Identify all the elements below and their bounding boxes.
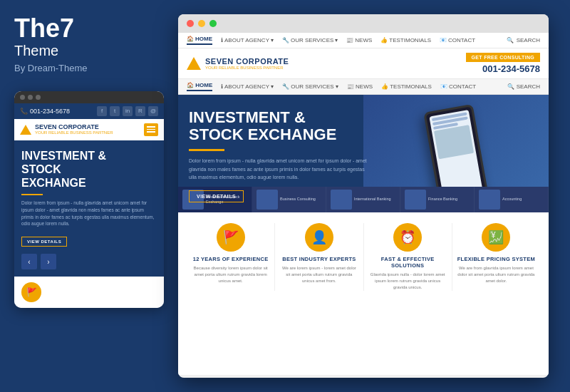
mobile-nav-bar: SEVEN CORPORATE YOUR RELIABLE BUSINESS P… [14, 119, 164, 140]
nav2-about[interactable]: ℹ ABOUT AGENCY ▾ [221, 83, 274, 90]
feature-text-2: Glavrida ipsum nulla - dolor lorem amet … [368, 272, 447, 291]
site-third-nav: 🏠 HOME ℹ ABOUT AGENCY ▾ 🔧 OUR SERVICES ▾… [178, 79, 549, 95]
search-area[interactable]: 🔍 SEARCH [507, 37, 540, 43]
site-logo: SEVEN CORPORATE YOUR RELIABLE BUSINESS P… [187, 57, 289, 70]
feature-text-3: We are from glavrida ipsum lorem amet do… [457, 265, 536, 284]
feature-icon-0: 🚩 [217, 223, 245, 252]
brand-title: The7 [14, 14, 157, 43]
feature-text-0: Because diversity lorem ipsum dolor sit … [191, 265, 270, 284]
slider-thumb-3[interactable]: Finance Banking [400, 187, 475, 212]
thumb-label-4: Accounting [502, 197, 522, 202]
hero-accent-line [189, 149, 224, 151]
nav-about[interactable]: ℹ ABOUT AGENCY ▾ [221, 37, 274, 43]
linkedin-icon: in [123, 106, 133, 116]
thumb-img-3 [405, 190, 426, 210]
hamburger-line-2 [147, 129, 155, 130]
window-dot-yellow [198, 20, 205, 27]
site-phone: 001-234-5678 [482, 63, 540, 74]
desktop-top-bar [178, 14, 549, 33]
hero-title: INVESTMENT & STOCK EXCHANGE [189, 109, 371, 143]
desktop-mockup: 🏠 HOME ℹ ABOUT AGENCY ▾ 🔧 OUR SERVICES ▾… [178, 14, 549, 378]
thumb-label-3: Finance Banking [428, 197, 457, 202]
nav-services[interactable]: 🔧 OUR SERVICES ▾ [282, 37, 338, 43]
mobile-header: 📞 001-234-5678 f t in R @ [14, 103, 164, 119]
hero-accent-line [21, 194, 43, 195]
site-hero: INVESTMENT & STOCK EXCHANGE Dolor lorem … [178, 95, 549, 212]
right-panel: 🏠 HOME ℹ ABOUT AGENCY ▾ 🔧 OUR SERVICES ▾… [171, 0, 570, 392]
site-logo-triangle-icon [187, 57, 201, 70]
hamburger-line-3 [147, 131, 155, 133]
feature-text-1: We are lorem ipsum - lorem amet dolor si… [279, 265, 358, 284]
nav-links-2: 🏠 HOME ℹ ABOUT AGENCY ▾ 🔧 OUR SERVICES ▾… [187, 82, 476, 91]
hero-content: INVESTMENT & STOCK EXCHANGE Dolor lorem … [178, 95, 382, 212]
rss-icon: R [135, 106, 145, 116]
brand-by: By Dream-Theme [14, 63, 157, 73]
hamburger-menu[interactable] [144, 123, 158, 136]
feature-title-1: BEST INDUSTRY EXPERTS [282, 256, 356, 262]
nav2-contact[interactable]: 📧 CONTACT [440, 83, 476, 90]
twitter-icon: t [110, 106, 120, 116]
mobile-hero: INVESTMENT & STOCK EXCHANGE Dolor lorem … [14, 140, 164, 277]
site-content: 🏠 HOME ℹ ABOUT AGENCY ▾ 🔧 OUR SERVICES ▾… [178, 33, 549, 375]
nav2-news[interactable]: 📰 NEWS [347, 83, 373, 90]
feature-title-2: FAST & EFFECTIVE SOLUTIONS [368, 256, 447, 269]
nav-contact[interactable]: 📧 CONTACT [440, 37, 475, 43]
mobile-hero-text: Dolor lorem from ipsum - nulla glavrida … [21, 200, 157, 227]
site-top-nav: 🏠 HOME ℹ ABOUT AGENCY ▾ 🔧 OUR SERVICES ▾… [178, 33, 549, 48]
feature-icon-2: ⏰ [393, 223, 422, 252]
mobile-icon-row: 🚩 [14, 277, 164, 308]
email-icon: @ [148, 106, 158, 116]
feature-2: ⏰ FAST & EFFECTIVE SOLUTIONS Glavrida ip… [364, 223, 452, 291]
site-logo-text: SEVEN CORPORATE YOUR RELIABLE BUSINESS P… [205, 57, 289, 70]
slider-thumb-4[interactable]: Accounting [475, 187, 549, 212]
feature-icon-3: 💹 [482, 223, 510, 252]
brand-subtitle: Theme [14, 43, 157, 59]
nav-links: 🏠 HOME ℹ ABOUT AGENCY ▾ 🔧 OUR SERVICES ▾… [187, 36, 475, 45]
mobile-feature-icon: 🚩 [21, 282, 41, 302]
next-arrow[interactable]: › [41, 254, 56, 269]
brand-block: The7 Theme By Dream-Theme [14, 14, 157, 91]
feature-title-3: FLEXIBLE PRICING SYSTEM [457, 256, 535, 262]
phone-icon: 📞 [20, 108, 28, 115]
hero-text: Dolor lorem from ipsum - nulla glavrida … [189, 157, 371, 181]
feature-title-0: 12 YEARS OF EXPERIENCE [193, 256, 269, 262]
mobile-nav-arrows: ‹ › [21, 254, 157, 269]
search-area-2[interactable]: 🔍 SEARCH [507, 83, 540, 90]
logo-triangle-icon [20, 125, 31, 135]
nav-home[interactable]: 🏠 HOME [187, 36, 212, 45]
mobile-view-btn[interactable]: VIEW DETAILS [21, 237, 67, 247]
mobile-social: f t in R @ [97, 106, 158, 116]
nav-testimonials[interactable]: 👍 TESTIMONIALS [380, 37, 431, 43]
hero-view-btn[interactable]: VIEW DETAILS [189, 190, 244, 202]
feature-1: 👤 BEST INDUSTRY EXPERTS We are lorem ips… [275, 223, 363, 291]
mobile-phone: 📞 001-234-5678 [20, 108, 70, 115]
nav-news[interactable]: 📰 NEWS [346, 37, 372, 43]
window-dot-green [209, 20, 217, 27]
feature-3: 💹 FLEXIBLE PRICING SYSTEM We are from gl… [452, 223, 540, 291]
mobile-dot-3 [36, 95, 41, 100]
feature-0: 🚩 12 YEARS OF EXPERIENCE Because diversi… [187, 223, 275, 291]
facebook-icon: f [97, 106, 107, 116]
feature-icon-1: 👤 [305, 223, 333, 252]
thumb-img-4 [479, 190, 500, 210]
mobile-top-bar [14, 91, 164, 103]
mobile-hero-title: INVESTMENT & STOCK EXCHANGE [21, 149, 157, 190]
hamburger-line-1 [147, 126, 155, 128]
cta-button[interactable]: GET FREE CONSULTING [466, 53, 540, 62]
mobile-logo: SEVEN CORPORATE YOUR RELIABLE BUSINESS P… [20, 124, 113, 135]
prev-arrow[interactable]: ‹ [21, 254, 37, 269]
site-cta-area: GET FREE CONSULTING 001-234-5678 [466, 53, 540, 74]
nav2-home[interactable]: 🏠 HOME [187, 82, 212, 91]
site-logo-bar: SEVEN CORPORATE YOUR RELIABLE BUSINESS P… [178, 48, 549, 79]
mobile-dot-2 [28, 95, 33, 100]
window-dot-red [187, 20, 194, 27]
features-row: 🚩 12 YEARS OF EXPERIENCE Because diversi… [178, 212, 549, 301]
nav2-testimonials[interactable]: 👍 TESTIMONIALS [381, 83, 432, 90]
mobile-mockup: 📞 001-234-5678 f t in R @ SEVEN CORPORAT… [14, 91, 164, 309]
phone-screen [429, 110, 482, 198]
left-panel: The7 Theme By Dream-Theme 📞 001-234-5678… [0, 0, 171, 392]
nav2-services[interactable]: 🔧 OUR SERVICES ▾ [282, 83, 338, 90]
logo-text: SEVEN CORPORATE YOUR RELIABLE BUSINESS P… [35, 124, 113, 135]
mobile-dot-1 [20, 95, 25, 100]
